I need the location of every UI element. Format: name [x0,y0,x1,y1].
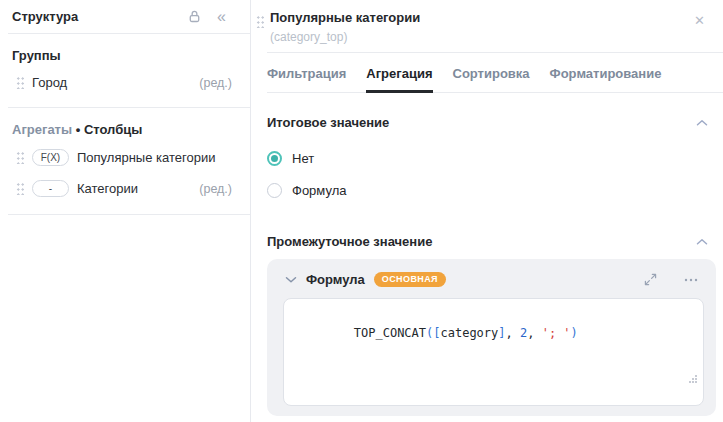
code-token: '; ' [542,326,571,340]
drag-handle-icon[interactable] [16,182,24,195]
divider [8,214,250,215]
radio-selected-icon[interactable] [267,151,282,166]
tab-aggregation[interactable]: Агрегация [366,53,432,93]
formula-card: Формула ОСНОВНАЯ [267,259,716,416]
intermediate-value-title: Промежуточное значение [267,234,696,249]
aggregate-item-categories[interactable]: - Категории (ред.) [0,173,250,204]
radio-label: Нет [292,151,314,166]
formula-block-title[interactable]: Формула [306,272,365,287]
total-value-title: Итоговое значение [267,115,696,130]
radio-label: Формула [292,183,346,198]
code-token: , [527,326,541,340]
edit-link[interactable]: (ред.) [199,76,232,90]
app: Структура « Группы Город (ред.) Агрегаты… [0,0,723,422]
tab-filtering[interactable]: Фильтрация [267,53,346,93]
code-token: ([ [426,326,440,340]
chevron-up-icon[interactable] [696,119,708,127]
settings-tabs: Фильтрация Агрегация Сортировка Форматир… [267,53,723,93]
group-item-label: Город [32,75,191,90]
aggregate-item-label: Популярные категории [77,150,232,165]
sidebar-header: Структура « [0,0,250,33]
columns-label: Столбцы [84,122,142,137]
code-token: , [506,326,520,340]
intermediate-value-section-header: Промежуточное значение [267,206,708,249]
tab-formatting[interactable]: Форматирование [550,53,662,93]
panel-header: Популярные категории (category_top) ✕ [251,0,723,52]
chevron-down-icon[interactable] [285,276,297,284]
aggregation-type-badge: - [32,180,69,197]
drag-handle-icon[interactable] [16,151,24,164]
collapse-sidebar-icon[interactable]: « [217,9,226,25]
total-value-section-header: Итоговое значение [267,93,708,142]
aggregates-section-title: Агрегаты • Столбцы [0,108,250,142]
panel-subtitle: (category_top) [270,30,420,44]
code-token: category [441,326,499,340]
main-formula-badge: ОСНОВНАЯ [374,272,446,288]
panel-title: Популярные категории [270,10,420,26]
edit-link[interactable]: (ред.) [199,182,232,196]
aggregate-item-label: Категории [77,181,191,196]
code-token: TOP_CONCAT [354,326,426,340]
formula-card-header: Формула ОСНОВНАЯ [267,259,716,298]
group-item-city[interactable]: Город (ред.) [0,68,250,97]
aggregates-label: Агрегаты [12,122,72,137]
resize-grip-icon[interactable] [615,359,698,401]
aggregate-item-popular-categories[interactable]: F(X) Популярные категории [0,142,250,173]
drag-handle-icon[interactable] [16,76,24,89]
sidebar-title: Структура [12,9,187,24]
radio-option-none[interactable]: Нет [267,142,723,174]
formula-type-badge: F(X) [32,149,69,166]
expand-icon[interactable] [642,271,659,288]
code-token: ] [498,326,505,340]
drag-handle-icon[interactable] [256,15,264,28]
column-settings-panel: Популярные категории (category_top) ✕ Фи… [251,0,723,422]
close-icon[interactable]: ✕ [688,10,711,31]
groups-section-title: Группы [0,34,250,68]
panel-title-block: Популярные категории (category_top) [270,10,420,44]
separator-dot: • [76,122,81,137]
radio-option-formula[interactable]: Формула [267,174,723,206]
ellipsis-icon[interactable] [682,276,700,284]
structure-sidebar: Структура « Группы Город (ред.) Агрегаты… [0,0,251,422]
formula-code-editor[interactable]: TOP_CONCAT([category], 2, '; ') [283,298,704,406]
radio-unselected-icon[interactable] [267,183,282,198]
tab-sorting[interactable]: Сортировка [453,53,530,93]
code-token: ) [571,326,578,340]
lock-icon[interactable] [187,9,202,24]
chevron-up-icon[interactable] [696,238,708,246]
